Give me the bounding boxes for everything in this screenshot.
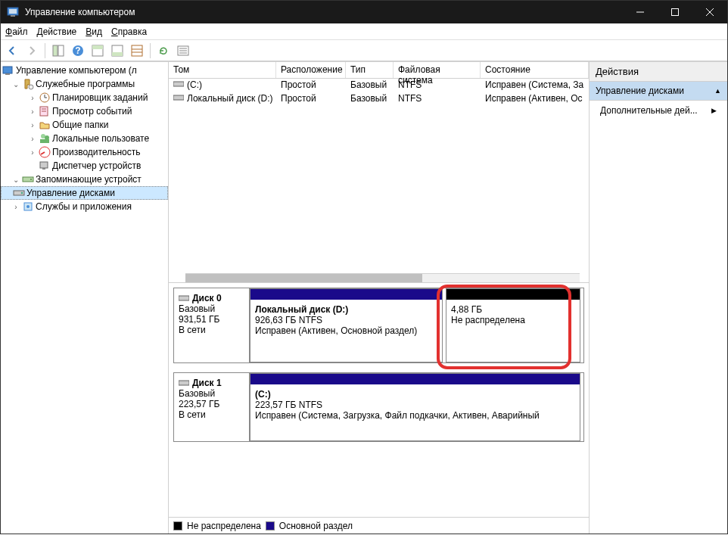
- col-layout[interactable]: Расположение: [276, 62, 346, 78]
- volume-row[interactable]: Локальный диск (D:) Простой Базовый NTFS…: [169, 92, 589, 106]
- help-button[interactable]: ?: [70, 42, 86, 59]
- window: Управление компьютером Файл Действие Вид…: [0, 0, 728, 534]
- menu-action[interactable]: Действие: [37, 26, 77, 37]
- view-bottom-button[interactable]: [109, 42, 126, 59]
- menu-view[interactable]: Вид: [86, 26, 102, 37]
- col-volume[interactable]: Том: [169, 62, 276, 78]
- disk-diagram: Диск 0 Базовый 931,51 ГБ В сети Локальны…: [169, 283, 589, 534]
- svg-rect-2: [11, 15, 15, 17]
- drive-icon: [173, 94, 184, 101]
- tree-pane[interactable]: Управление компьютером (л ⌄Служебные про…: [1, 62, 169, 534]
- bar-unallocated: [446, 289, 580, 300]
- caret-right-icon: ›: [11, 203, 20, 211]
- window-title: Управление компьютером: [25, 7, 135, 17]
- disk0-unallocated[interactable]: 4,88 ГБ Не распределена: [446, 288, 580, 362]
- svg-rect-22: [3, 67, 12, 73]
- caret-down-icon: ⌄: [11, 176, 20, 184]
- disk-icon: [179, 294, 189, 303]
- tree-diskmgmt[interactable]: ›Управление дисками: [1, 186, 168, 200]
- actions-title: Действия: [590, 62, 727, 82]
- caret-right-icon: ›: [28, 135, 37, 143]
- legend-primary: Основной раздел: [279, 521, 353, 531]
- svg-rect-45: [173, 95, 184, 100]
- disk0-block[interactable]: Диск 0 Базовый 931,51 ГБ В сети Локальны…: [173, 288, 584, 363]
- disk1-block[interactable]: Диск 1 Базовый 223,57 ГБ В сети (C:) 223…: [173, 372, 584, 442]
- drive-icon: [173, 80, 184, 88]
- menu-help[interactable]: Справка: [111, 26, 147, 37]
- tree-devmgr[interactable]: ›Диспетчер устройств: [1, 159, 168, 173]
- svg-rect-37: [42, 168, 45, 170]
- settings-button[interactable]: [129, 42, 145, 59]
- svg-rect-15: [132, 45, 142, 56]
- app-icon: [7, 6, 19, 18]
- tree-events[interactable]: ›Просмотр событий: [1, 104, 168, 118]
- svg-point-24: [29, 85, 33, 89]
- col-type[interactable]: Тип: [346, 62, 394, 78]
- back-button[interactable]: [4, 42, 20, 59]
- titlebar: Управление компьютером: [1, 1, 727, 23]
- actions-selected-context[interactable]: Управление дисками▲: [590, 82, 727, 101]
- svg-rect-46: [179, 296, 189, 300]
- maximize-button[interactable]: [658, 1, 692, 23]
- svg-rect-7: [53, 45, 58, 56]
- col-fs[interactable]: Файловая система: [394, 62, 481, 78]
- menubar: Файл Действие Вид Справка: [1, 23, 727, 40]
- svg-rect-23: [5, 73, 10, 75]
- legend: Не распределена Основной раздел: [169, 517, 589, 534]
- list-button[interactable]: [175, 42, 191, 59]
- tree-users[interactable]: ›Локальные пользовате: [1, 132, 168, 145]
- scrollbar[interactable]: [185, 273, 580, 282]
- menu-file[interactable]: Файл: [5, 26, 28, 37]
- disk0-info: Диск 0 Базовый 931,51 ГБ В сети: [174, 288, 250, 362]
- tree-shared[interactable]: ›Общие папки: [1, 118, 168, 132]
- tree-utilities[interactable]: ⌄Служебные программы: [1, 77, 168, 91]
- caret-right-icon: ›: [28, 107, 37, 116]
- disk-icon: [179, 378, 189, 387]
- refresh-button[interactable]: [155, 42, 172, 59]
- show-hide-tree-button[interactable]: [50, 42, 67, 59]
- caret-right-icon: ›: [28, 121, 37, 129]
- svg-rect-36: [40, 162, 48, 168]
- content: Управление компьютером (л ⌄Служебные про…: [1, 61, 727, 534]
- tree-root[interactable]: Управление компьютером (л: [1, 64, 168, 77]
- bar-primary: [250, 289, 442, 300]
- view-top-button[interactable]: [89, 42, 106, 59]
- svg-rect-8: [58, 45, 64, 56]
- svg-rect-14: [112, 52, 123, 56]
- forward-button[interactable]: [23, 42, 40, 59]
- toolbar: ?: [1, 40, 727, 61]
- svg-text:?: ?: [75, 45, 80, 56]
- svg-rect-33: [40, 139, 49, 143]
- svg-point-43: [26, 205, 30, 208]
- tree-storage[interactable]: ⌄Запоминающие устройст: [1, 173, 168, 186]
- caret-down-icon: ⌄: [11, 80, 20, 89]
- swatch-unallocated: [173, 521, 182, 530]
- actions-more[interactable]: Дополнительные дей...▶: [590, 101, 727, 120]
- actions-pane: Действия Управление дисками▲ Дополнитель…: [590, 62, 727, 534]
- svg-point-41: [21, 192, 23, 194]
- minimize-button[interactable]: [623, 1, 658, 23]
- submenu-icon: ▶: [711, 107, 717, 114]
- close-button[interactable]: [692, 1, 727, 23]
- caret-right-icon: ›: [28, 94, 37, 102]
- tree-scheduler[interactable]: ›Планировщик заданий: [1, 91, 168, 104]
- disk1-partition-c[interactable]: (C:) 223,57 ГБ NTFS Исправен (Система, З…: [250, 373, 580, 441]
- volumes-list[interactable]: Том Расположение Тип Файловая система Со…: [169, 62, 589, 283]
- bar-primary: [250, 374, 580, 384]
- tree-perf[interactable]: ›Производительность: [1, 145, 168, 159]
- svg-rect-44: [173, 82, 184, 86]
- collapse-icon: ▲: [714, 87, 721, 95]
- disk1-info: Диск 1 Базовый 223,57 ГБ В сети: [174, 373, 250, 441]
- legend-unallocated: Не распределена: [187, 521, 261, 531]
- col-state[interactable]: Состояние: [481, 62, 589, 78]
- swatch-primary: [266, 521, 275, 530]
- disk0-partition-d[interactable]: Локальный диск (D:) 926,63 ГБ NTFS Испра…: [250, 288, 443, 362]
- svg-rect-12: [92, 45, 103, 49]
- volume-row[interactable]: (C:) Простой Базовый NTFS Исправен (Сист…: [169, 79, 589, 92]
- tree-services[interactable]: ›Службы и приложения: [1, 200, 168, 213]
- caret-right-icon: ›: [28, 148, 37, 157]
- volumes-header[interactable]: Том Расположение Тип Файловая система Со…: [169, 62, 589, 79]
- center-pane: Том Расположение Тип Файловая система Со…: [169, 62, 590, 534]
- svg-rect-47: [179, 381, 189, 385]
- svg-rect-1: [9, 9, 17, 14]
